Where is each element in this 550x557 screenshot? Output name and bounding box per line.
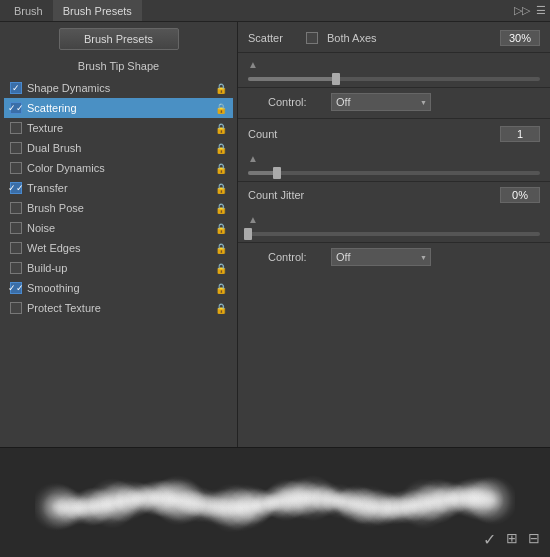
brush-presets-button[interactable]: Brush Presets — [59, 28, 179, 50]
grid-icon[interactable]: ⊞ — [506, 530, 518, 549]
count-slider-section: ▲ — [238, 147, 550, 182]
transfer-checkbox[interactable]: ✓ — [10, 182, 22, 194]
control1-row: Control: Off Fade Pen Pressure Pen Tilt — [238, 88, 550, 116]
lock-icon: 🔒 — [215, 103, 227, 114]
count-jitter-arrow: ▲ — [248, 211, 540, 227]
scatter-value-input[interactable] — [500, 30, 540, 46]
scatter-slider-section: ▲ — [238, 53, 550, 88]
list-item[interactable]: Texture 🔒 — [4, 118, 233, 138]
color-dynamics-checkbox[interactable] — [10, 162, 22, 174]
both-axes-container: Both Axes — [306, 32, 377, 44]
control2-row: Control: Off Fade Pen Pressure Pen Tilt — [238, 243, 550, 271]
count-jitter-row: Count Jitter — [238, 182, 550, 208]
control2-label: Control: — [268, 251, 323, 263]
menu-icon[interactable]: ☰ — [536, 4, 546, 17]
main-layout: Brush Presets Brush Tip Shape Shape Dyna… — [0, 22, 550, 447]
control2-select[interactable]: Off Fade Pen Pressure Pen Tilt — [331, 248, 431, 266]
scatter-slider-arrow: ▲ — [248, 56, 540, 72]
transfer-label: Transfer — [27, 182, 215, 194]
dual-brush-checkbox[interactable] — [10, 142, 22, 154]
lock-icon: 🔒 — [215, 223, 227, 234]
list-item[interactable]: Color Dynamics 🔒 — [4, 158, 233, 178]
control1-select[interactable]: Off Fade Pen Pressure Pen Tilt — [331, 93, 431, 111]
dual-brush-label: Dual Brush — [27, 142, 215, 154]
list-item[interactable]: ✓ Transfer 🔒 — [4, 178, 233, 198]
count-jitter-slider-wrapper[interactable] — [248, 227, 540, 241]
control1-select-wrapper: Off Fade Pen Pressure Pen Tilt — [331, 93, 431, 111]
scatter-slider-bg — [248, 77, 540, 81]
divider1 — [238, 118, 550, 119]
list-item[interactable]: Dual Brush 🔒 — [4, 138, 233, 158]
count-jitter-input[interactable] — [500, 187, 540, 203]
smoothing-label: Smoothing — [27, 282, 215, 294]
list-item[interactable]: ✓ Smoothing 🔒 — [4, 278, 233, 298]
count-jitter-slider-handle[interactable] — [244, 228, 252, 240]
scattering-label: Scattering — [27, 102, 215, 114]
check-icon[interactable]: ✓ — [483, 530, 496, 549]
list-item[interactable]: Shape Dynamics 🔒 — [4, 78, 233, 98]
scatter-slider-handle[interactable] — [332, 73, 340, 85]
expand-icon[interactable]: ▷▷ — [514, 4, 530, 17]
tab-brush-presets[interactable]: Brush Presets — [53, 0, 142, 21]
list-item[interactable]: Brush Pose 🔒 — [4, 198, 233, 218]
lock-icon: 🔒 — [215, 263, 227, 274]
lock-icon: 🔒 — [215, 163, 227, 174]
protect-texture-label: Protect Texture — [27, 302, 215, 314]
lock-icon: 🔒 — [215, 83, 227, 94]
list-item[interactable]: Wet Edges 🔒 — [4, 238, 233, 258]
scatter-row: Scatter Both Axes — [238, 24, 550, 53]
buildup-label: Build-up — [27, 262, 215, 274]
protect-texture-checkbox[interactable] — [10, 302, 22, 314]
noise-label: Noise — [27, 222, 215, 234]
brush-options-list: Shape Dynamics 🔒 ✓ Scattering 🔒 Texture … — [4, 78, 233, 318]
list-item[interactable]: Protect Texture 🔒 — [4, 298, 233, 318]
lock-icon: 🔒 — [215, 243, 227, 254]
count-slider-arrow: ▲ — [248, 150, 540, 166]
list-icon[interactable]: ⊟ — [528, 530, 540, 549]
scatter-slider-wrapper[interactable] — [248, 72, 540, 86]
count-value-input[interactable] — [500, 126, 540, 142]
list-item[interactable]: Noise 🔒 — [4, 218, 233, 238]
lock-icon: 🔒 — [215, 283, 227, 294]
scattering-checkbox[interactable]: ✓ — [10, 102, 22, 114]
count-jitter-label: Count Jitter — [248, 189, 500, 201]
list-item[interactable]: Build-up 🔒 — [4, 258, 233, 278]
shape-dynamics-label: Shape Dynamics — [27, 82, 215, 94]
tab-actions: ▷▷ ☰ — [514, 4, 546, 17]
control2-select-wrapper: Off Fade Pen Pressure Pen Tilt — [331, 248, 431, 266]
bottom-toolbar: ✓ ⊞ ⊟ — [483, 530, 540, 549]
scatter-slider-fill — [248, 77, 336, 81]
control1-label: Control: — [268, 96, 323, 108]
wet-edges-label: Wet Edges — [27, 242, 215, 254]
list-item[interactable]: ✓ Scattering 🔒 — [4, 98, 233, 118]
left-panel: Brush Presets Brush Tip Shape Shape Dyna… — [0, 22, 238, 447]
count-jitter-slider-bg — [248, 232, 540, 236]
count-jitter-slider-section: ▲ — [238, 208, 550, 243]
count-row: Count — [238, 121, 550, 147]
shape-dynamics-checkbox[interactable] — [10, 82, 22, 94]
brush-preview-canvas — [35, 468, 515, 538]
buildup-checkbox[interactable] — [10, 262, 22, 274]
tab-brush[interactable]: Brush — [4, 0, 53, 21]
both-axes-checkbox[interactable] — [306, 32, 318, 44]
texture-label: Texture — [27, 122, 215, 134]
brush-pose-label: Brush Pose — [27, 202, 215, 214]
texture-checkbox[interactable] — [10, 122, 22, 134]
lock-icon: 🔒 — [215, 123, 227, 134]
noise-checkbox[interactable] — [10, 222, 22, 234]
count-slider-wrapper[interactable] — [248, 166, 540, 180]
color-dynamics-label: Color Dynamics — [27, 162, 215, 174]
scatter-label: Scatter — [248, 32, 298, 44]
lock-icon: 🔒 — [215, 203, 227, 214]
brush-preview-panel: ✓ ⊞ ⊟ — [0, 447, 550, 557]
count-slider-bg — [248, 171, 540, 175]
smoothing-checkbox[interactable]: ✓ — [10, 282, 22, 294]
wet-edges-checkbox[interactable] — [10, 242, 22, 254]
lock-icon: 🔒 — [215, 143, 227, 154]
count-slider-handle[interactable] — [273, 167, 281, 179]
right-panel: Scatter Both Axes ▲ — [238, 22, 550, 447]
top-tab-bar: Brush Brush Presets ▷▷ ☰ — [0, 0, 550, 22]
lock-icon: 🔒 — [215, 183, 227, 194]
brush-pose-checkbox[interactable] — [10, 202, 22, 214]
brush-tip-shape-header: Brush Tip Shape — [4, 58, 233, 74]
